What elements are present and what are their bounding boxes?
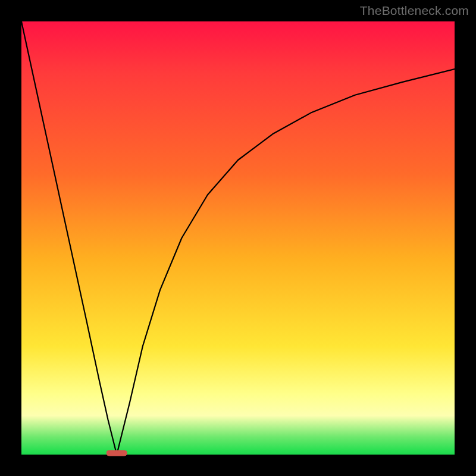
watermark-text: TheBottleneck.com xyxy=(360,4,469,18)
chart-frame: TheBottleneck.com xyxy=(0,0,476,476)
plot-area xyxy=(21,21,455,455)
minimum-marker xyxy=(107,450,127,456)
curve-svg xyxy=(21,21,455,455)
bottleneck-curve xyxy=(21,21,455,455)
